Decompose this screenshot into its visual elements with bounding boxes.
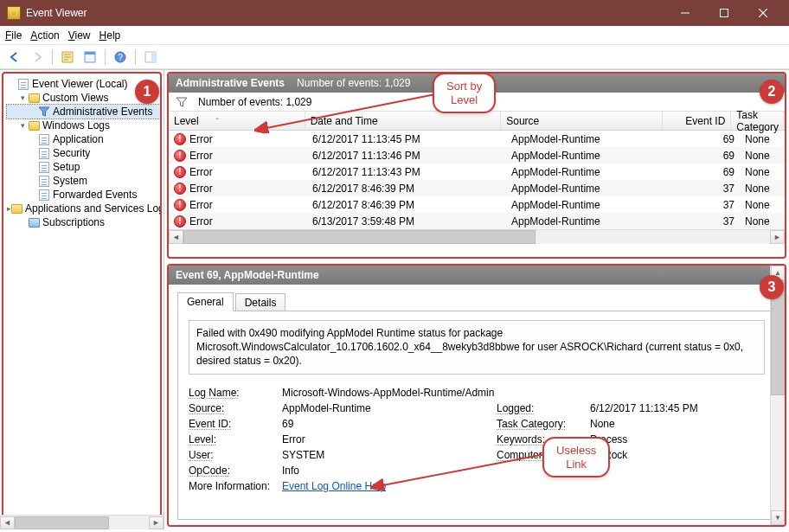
cell-event-id: 69 bbox=[670, 166, 740, 178]
menu-file[interactable]: File bbox=[5, 29, 22, 42]
cell-source: AppModel-Runtime bbox=[506, 183, 670, 195]
grid-body[interactable]: !Error6/12/2017 11:13:45 PMAppModel-Runt… bbox=[169, 131, 785, 229]
toolbar-separator bbox=[105, 49, 106, 65]
column-header-level[interactable]: Levelˆ bbox=[169, 112, 305, 130]
event-grid: Levelˆ Date and Time Source Event ID Tas… bbox=[169, 112, 785, 244]
tree-node-security[interactable]: Security bbox=[7, 146, 160, 160]
sort-indicator-icon: ˆ bbox=[216, 117, 219, 125]
event-row[interactable]: !Error6/12/2017 8:46:39 PMAppModel-Runti… bbox=[169, 196, 785, 213]
tree-node-label: Setup bbox=[53, 160, 80, 174]
filter-icon bbox=[176, 96, 188, 108]
back-button[interactable] bbox=[5, 48, 24, 67]
event-row[interactable]: !Error6/12/2017 8:46:39 PMAppModel-Runti… bbox=[169, 180, 785, 196]
value-event-id: 69 bbox=[282, 418, 490, 430]
annotation-badge-2: 2 bbox=[760, 80, 784, 104]
cell-date: 6/12/2017 11:13:46 PM bbox=[307, 150, 506, 162]
tree-node-setup[interactable]: Setup bbox=[7, 160, 160, 174]
grid-header: Levelˆ Date and Time Source Event ID Tas… bbox=[169, 112, 785, 131]
annotation-badge-3: 3 bbox=[760, 275, 784, 299]
column-header-date[interactable]: Date and Time bbox=[305, 112, 502, 130]
svg-rect-1 bbox=[720, 10, 728, 17]
callout-sort-by-level: Sort byLevel bbox=[433, 73, 496, 113]
cell-level: Error bbox=[189, 183, 213, 195]
cell-event-id: 69 bbox=[670, 133, 740, 145]
maximize-button[interactable] bbox=[704, 0, 743, 26]
tree-pane: Event Viewer (Local)▾Custom ViewsAdminis… bbox=[0, 70, 164, 529]
tree-node-label: Administrative Events bbox=[53, 105, 152, 119]
svg-text:?: ? bbox=[118, 53, 123, 62]
filter-count-label: Number of events: 1,029 bbox=[198, 96, 311, 108]
annotation-badge-1: 1 bbox=[135, 80, 159, 104]
cell-source: AppModel-Runtime bbox=[506, 166, 670, 178]
value-source: AppModel-Runtime bbox=[282, 402, 490, 414]
menu-action[interactable]: Action bbox=[30, 29, 59, 42]
value-log-name: Microsoft-Windows-AppModel-Runtime/Admin bbox=[282, 387, 765, 399]
tree-expander-icon[interactable]: ▾ bbox=[17, 91, 28, 105]
action-pane-button[interactable] bbox=[141, 48, 160, 67]
tree-node-label: Security bbox=[53, 146, 90, 160]
cell-task: None bbox=[740, 133, 785, 145]
event-row[interactable]: !Error6/12/2017 11:13:43 PMAppModel-Runt… bbox=[169, 163, 785, 180]
tree[interactable]: Event Viewer (Local)▾Custom ViewsAdminis… bbox=[7, 77, 160, 229]
event-properties: Log Name: Microsoft-Windows-AppModel-Run… bbox=[189, 387, 765, 492]
toolbar-separator bbox=[52, 49, 53, 65]
column-header-task[interactable]: Task Category bbox=[731, 112, 785, 130]
forward-button[interactable] bbox=[28, 48, 47, 67]
cell-date: 6/12/2017 11:13:45 PM bbox=[307, 133, 506, 145]
tree-node-forwarded-events[interactable]: Forwarded Events bbox=[7, 188, 160, 202]
properties-button[interactable] bbox=[80, 48, 99, 67]
cell-task: None bbox=[740, 183, 785, 195]
value-user: SYSTEM bbox=[282, 449, 490, 461]
cell-event-id: 69 bbox=[670, 150, 740, 162]
annotation-box-1: Event Viewer (Local)▾Custom ViewsAdminis… bbox=[2, 72, 162, 528]
tree-node-label: Applications and Services Logs bbox=[25, 202, 162, 215]
window-title: Event Viewer bbox=[26, 7, 665, 19]
cell-task: None bbox=[740, 199, 785, 211]
error-icon: ! bbox=[174, 215, 186, 228]
cell-level: Error bbox=[189, 166, 213, 178]
list-title: Administrative Events bbox=[176, 77, 285, 89]
tree-node-applications-and-services-logs[interactable]: ▸Applications and Services Logs bbox=[7, 202, 160, 215]
cell-source: AppModel-Runtime bbox=[506, 133, 670, 145]
event-row[interactable]: !Error6/12/2017 11:13:46 PMAppModel-Runt… bbox=[169, 147, 785, 163]
titlebar: Event Viewer bbox=[0, 0, 789, 26]
event-row[interactable]: !Error6/13/2017 3:59:48 PMAppModel-Runti… bbox=[169, 213, 785, 229]
tree-horizontal-scrollbar[interactable]: ◄ ► bbox=[0, 515, 164, 529]
tab-details[interactable]: Details bbox=[235, 293, 286, 311]
cell-source: AppModel-Runtime bbox=[506, 215, 670, 228]
close-button[interactable] bbox=[743, 0, 782, 26]
cell-level: Error bbox=[189, 133, 213, 145]
detail-header-bar: Event 69, AppModel-Runtime bbox=[169, 266, 785, 285]
event-log-online-help-link[interactable]: Event Log Online Help bbox=[282, 480, 386, 492]
scroll-down-button[interactable]: ▼ bbox=[771, 510, 785, 525]
value-computer: ASRock bbox=[590, 449, 765, 461]
tree-node-administrative-events[interactable]: Administrative Events bbox=[7, 105, 160, 119]
menu-help[interactable]: Help bbox=[99, 29, 121, 42]
tree-node-windows-logs[interactable]: ▾Windows Logs bbox=[7, 119, 160, 132]
tree-expander-icon[interactable]: ▾ bbox=[17, 119, 28, 132]
event-row[interactable]: !Error6/12/2017 11:13:45 PMAppModel-Runt… bbox=[169, 131, 785, 147]
label-user: User: bbox=[189, 449, 275, 461]
tree-node-subscriptions[interactable]: Subscriptions bbox=[7, 215, 160, 229]
detail-vertical-scrollbar[interactable]: ▲ ▼ bbox=[770, 266, 785, 525]
scroll-right-button[interactable]: ► bbox=[770, 230, 785, 244]
tree-node-system[interactable]: System bbox=[7, 174, 160, 188]
column-header-source[interactable]: Source bbox=[501, 112, 663, 130]
cell-level: Error bbox=[189, 215, 213, 228]
menu-view[interactable]: View bbox=[68, 29, 91, 42]
show-hide-tree-button[interactable] bbox=[58, 48, 77, 67]
minimize-button[interactable] bbox=[665, 0, 704, 26]
svg-rect-6 bbox=[85, 52, 95, 54]
scroll-left-button[interactable]: ◄ bbox=[169, 230, 183, 244]
app-icon bbox=[7, 6, 21, 20]
grid-horizontal-scrollbar[interactable]: ◄ ► bbox=[169, 229, 785, 244]
label-event-id: Event ID: bbox=[189, 418, 275, 430]
value-level: Error bbox=[282, 433, 490, 445]
tree-node-application[interactable]: Application bbox=[7, 132, 160, 146]
error-icon: ! bbox=[174, 150, 186, 162]
label-level: Level: bbox=[189, 433, 275, 445]
tab-general[interactable]: General bbox=[177, 292, 234, 311]
value-logged: 6/12/2017 11:13:45 PM bbox=[590, 402, 765, 414]
help-button[interactable]: ? bbox=[111, 48, 130, 67]
column-header-event-id[interactable]: Event ID bbox=[663, 112, 731, 130]
